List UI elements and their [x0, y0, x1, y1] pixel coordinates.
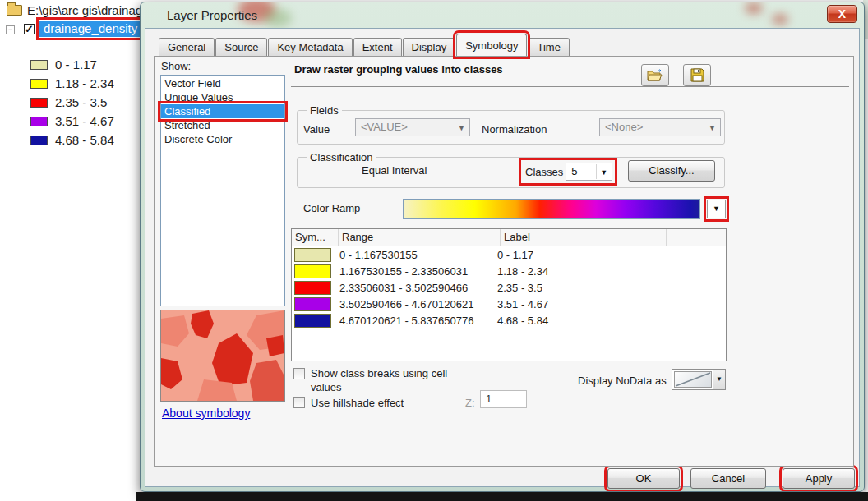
nodata-swatch — [674, 371, 712, 388]
legend-label: 2.35 - 3.5 — [55, 95, 107, 109]
value-label: Value — [303, 123, 330, 136]
legend-swatch — [30, 136, 48, 145]
tab-display[interactable]: Display — [403, 38, 456, 56]
toc-folder-path: E:\gis\arc gis\drainage — [27, 3, 149, 17]
show-item-stretched[interactable]: Stretched — [161, 118, 284, 132]
class-swatch[interactable] — [294, 297, 331, 311]
class-swatch[interactable] — [294, 281, 331, 295]
normalization-label: Normalization — [482, 123, 547, 136]
tab-extent[interactable]: Extent — [353, 38, 402, 56]
classes-label: Classes — [522, 166, 566, 178]
show-label: Show: — [161, 60, 191, 72]
normalization-selected: <None> — [605, 121, 643, 133]
save-floppy-icon — [690, 68, 704, 82]
chevron-down-icon: ▼ — [713, 370, 725, 389]
class-range: 0 - 1.167530155 — [331, 249, 493, 261]
show-item-classified[interactable]: Classified — [161, 104, 284, 118]
symbology-preview-image — [160, 310, 285, 402]
classification-method: Equal Interval — [362, 164, 427, 177]
class-range: 2.33506031 - 3.502590466 — [331, 282, 493, 294]
class-label: 4.68 - 5.84 — [493, 315, 659, 327]
legend-item[interactable]: 4.68 - 5.84 — [30, 133, 114, 147]
layer-visibility-checkbox[interactable] — [24, 24, 35, 34]
chevron-down-icon: ▼ — [600, 168, 607, 177]
use-hillshade-checkbox[interactable] — [293, 397, 305, 408]
show-item-unique-values[interactable]: Unique Values — [161, 90, 284, 104]
class-breaks-table: Sym... Range Label 0 - 1.167530155 0 - 1… — [291, 228, 727, 361]
folder-icon — [7, 5, 22, 16]
save-symbology-button[interactable] — [683, 64, 711, 86]
normalization-dropdown[interactable]: <None>▼ — [599, 118, 721, 136]
class-label: 0 - 1.17 — [493, 249, 659, 261]
class-range: 4.670120621 - 5.837650776 — [331, 315, 493, 327]
close-icon[interactable]: X — [827, 5, 857, 23]
apply-button[interactable]: Apply — [783, 468, 855, 489]
classes-dropdown[interactable]: 5▼ — [566, 163, 612, 181]
color-ramp-dropdown-arrow[interactable]: ▼ — [707, 200, 726, 218]
table-row[interactable]: 1.167530155 - 2.33506031 1.18 - 2.34 — [292, 263, 726, 279]
glass-reflection — [772, 14, 788, 25]
z-label: Z: — [465, 397, 475, 409]
legend-swatch — [30, 98, 48, 108]
tab-source[interactable]: Source — [215, 38, 267, 56]
tab-symbology[interactable]: Symbology — [456, 34, 527, 56]
table-row[interactable]: 4.670120621 - 5.837650776 4.68 - 5.84 — [292, 312, 726, 329]
class-swatch[interactable] — [294, 264, 331, 278]
dialog-title: Layer Properties — [167, 8, 257, 22]
show-item-discrete-color[interactable]: Discrete Color — [161, 132, 284, 146]
table-row[interactable]: 0 - 1.167530155 0 - 1.17 — [292, 246, 726, 263]
legend-label: 1.18 - 2.34 — [55, 76, 114, 90]
class-label: 1.18 - 2.34 — [493, 265, 659, 278]
background-dark-strip — [136, 492, 868, 501]
cancel-button[interactable]: Cancel — [690, 468, 766, 489]
tab-key-metadata[interactable]: Key Metadata — [268, 38, 352, 56]
display-nodata-label: Display NoData as — [578, 375, 667, 387]
classes-selected: 5 — [571, 165, 577, 177]
color-ramp-label: Color Ramp — [303, 202, 360, 214]
nodata-color-dropdown[interactable]: ▼ — [672, 369, 726, 390]
classify-button[interactable]: Classify... — [628, 160, 715, 182]
tab-strip: GeneralSourceKey MetadataExtentDisplaySy… — [159, 38, 570, 60]
import-symbology-button[interactable] — [641, 64, 669, 86]
color-ramp-bar[interactable] — [403, 199, 700, 219]
col-extra — [667, 229, 726, 246]
legend-item[interactable]: 2.35 - 3.5 — [30, 95, 107, 109]
col-label[interactable]: Label — [501, 229, 667, 246]
col-symbol[interactable]: Sym... — [292, 229, 339, 246]
z-input[interactable]: 1 — [480, 390, 527, 408]
table-row[interactable]: 2.33506031 - 3.502590466 2.35 - 3.5 — [292, 279, 726, 296]
class-range: 1.167530155 - 2.33506031 — [331, 265, 493, 278]
class-swatch[interactable] — [294, 314, 331, 328]
fields-group-label: Fields — [307, 104, 342, 117]
legend-label: 0 - 1.17 — [55, 57, 97, 71]
tab-general[interactable]: General — [159, 38, 215, 56]
show-class-breaks-checkbox[interactable] — [293, 368, 305, 379]
toc-layer-name[interactable]: drainage_density — [39, 21, 141, 37]
collapse-expander-icon[interactable]: − — [6, 25, 15, 34]
ok-button[interactable]: OK — [607, 468, 680, 489]
col-range[interactable]: Range — [339, 229, 501, 246]
layer-properties-dialog: Layer Properties X GeneralSourceKey Meta… — [140, 2, 865, 492]
show-class-breaks-label: Show class breaks using cell values — [311, 366, 457, 394]
toc-folder-item[interactable]: E:\gis\arc gis\drainage — [7, 3, 149, 17]
legend-item[interactable]: 1.18 - 2.34 — [30, 76, 114, 90]
class-swatch[interactable] — [294, 248, 331, 262]
table-header-row: Sym... Range Label — [292, 229, 726, 246]
classification-group-label: Classification — [307, 151, 376, 163]
chevron-down-icon: ▼ — [458, 124, 465, 132]
legend-item[interactable]: 3.51 - 4.67 — [30, 114, 114, 128]
legend-label: 4.68 - 5.84 — [55, 133, 114, 147]
legend-swatch — [30, 60, 48, 70]
renderer-header: Draw raster grouping values into classes — [291, 60, 849, 87]
about-symbology-link[interactable]: About symbology — [162, 407, 250, 420]
chevron-down-icon: ▼ — [709, 124, 716, 132]
legend-item[interactable]: 0 - 1.17 — [30, 57, 97, 71]
screenshot-root: { "toc": { "path": "E:\\gis\\arc gis\\dr… — [0, 0, 868, 501]
legend-swatch — [30, 79, 48, 89]
tab-time[interactable]: Time — [528, 38, 569, 56]
table-row[interactable]: 3.502590466 - 4.670120621 3.51 - 4.67 — [292, 296, 726, 312]
class-label: 3.51 - 4.67 — [493, 298, 659, 310]
show-item-vector-field[interactable]: Vector Field — [161, 76, 284, 90]
open-folder-icon — [647, 69, 663, 81]
value-field-dropdown[interactable]: <VALUE>▼ — [355, 118, 470, 136]
